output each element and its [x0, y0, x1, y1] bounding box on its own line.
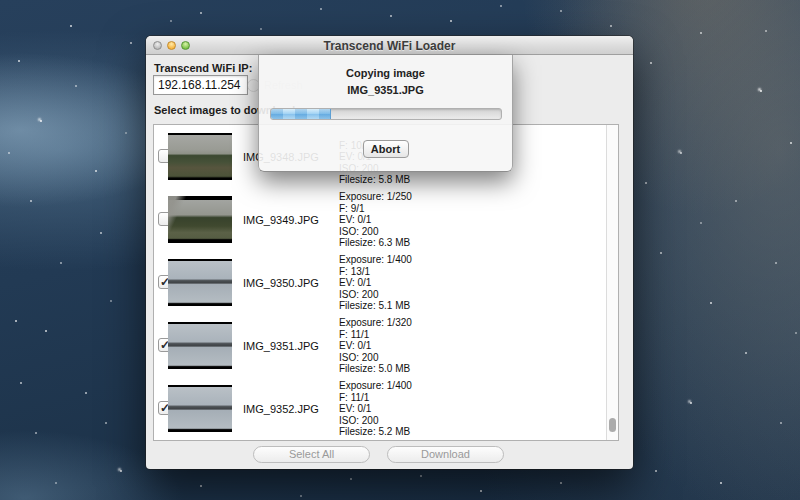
image-exif-details: Exposure: 1/320F: 11/1EV: 0/1ISO: 200Fil…: [339, 317, 412, 375]
image-rows: IMG_9348.JPG F: 10/1EV: 0/1ISO: 200Files…: [154, 125, 618, 440]
image-exif-details: Exposure: 1/400F: 13/1EV: 0/1ISO: 200Fil…: [339, 254, 412, 312]
image-list-row: IMG_9349.JPG Exposure: 1/250F: 9/1EV: 0/…: [154, 188, 618, 251]
image-thumbnail: [168, 196, 232, 243]
scrollbar-track[interactable]: [606, 125, 618, 440]
image-thumbnail: [168, 322, 232, 369]
image-thumbnail: [168, 259, 232, 306]
image-list-row: ✓ IMG_9352.JPG Exposure: 1/400F: 11/1EV:…: [154, 377, 618, 440]
scrollbar-thumb[interactable]: [609, 418, 616, 432]
image-filename: IMG_9351.JPG: [243, 340, 339, 352]
image-exif-details: Exposure: 1/250F: 9/1EV: 0/1ISO: 200File…: [339, 191, 412, 249]
progress-bar-fill: [271, 109, 331, 119]
title-bar[interactable]: Transcend WiFi Loader: [146, 36, 633, 55]
sheet-filename: IMG_9351.JPG: [259, 84, 512, 96]
sheet-title: Copying image: [259, 67, 512, 79]
image-list-row: ✓ IMG_9351.JPG Exposure: 1/320F: 11/1EV:…: [154, 314, 618, 377]
app-window: Transcend WiFi Loader Transcend WiFi IP:…: [146, 36, 633, 469]
download-button[interactable]: Download: [387, 446, 504, 463]
ip-input[interactable]: [153, 75, 248, 95]
image-thumbnail: [168, 133, 232, 180]
select-all-button[interactable]: Select All: [253, 446, 370, 463]
bright-stars: [0, 0, 3, 3]
image-filename: IMG_9352.JPG: [243, 403, 339, 415]
window-title: Transcend WiFi Loader: [146, 39, 633, 53]
image-list-row: ✓ IMG_9350.JPG Exposure: 1/400F: 13/1EV:…: [154, 251, 618, 314]
image-thumbnail: [168, 385, 232, 432]
abort-button[interactable]: Abort: [363, 140, 409, 158]
image-filename: IMG_9349.JPG: [243, 214, 339, 226]
progress-bar-track: [270, 108, 502, 120]
copy-progress-sheet: Copying image IMG_9351.JPG Abort: [258, 55, 513, 172]
image-filename: IMG_9350.JPG: [243, 277, 339, 289]
image-exif-details: Exposure: 1/400F: 11/1EV: 0/1ISO: 200Fil…: [339, 380, 412, 438]
ip-label: Transcend WiFi IP:: [154, 62, 252, 74]
